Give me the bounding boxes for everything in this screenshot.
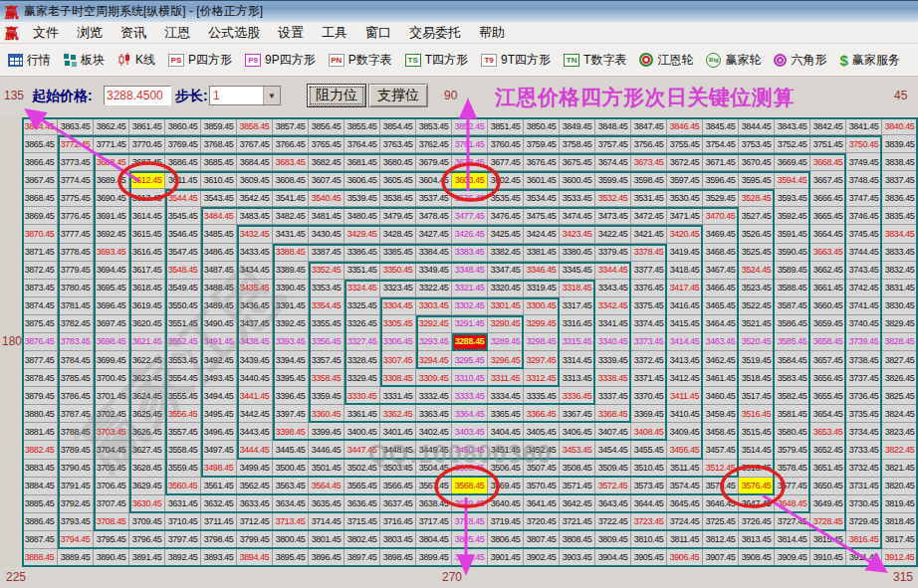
gann-cell: 3747.45 [846,189,882,207]
gann-cell: 3358.45 [309,369,344,387]
toolbar-item[interactable]: PSP四方形 [168,52,232,69]
gann-cell: 3721.45 [560,513,595,531]
toolbar-item[interactable]: P99P四方形 [245,52,316,69]
support-button[interactable]: 支撑位 [368,84,428,107]
gann-cell: 3608.45 [273,171,309,189]
gann-cell: 3481.45 [309,207,344,225]
toolbar-item[interactable]: 六角形 [774,52,826,69]
menu-item[interactable]: 帮助 [470,25,514,40]
gann-cell: 3662.45 [810,262,846,280]
menu-item[interactable]: 工具 [313,25,356,40]
gann-cell: 3569.45 [488,478,524,495]
gann-cell: 3687.45 [129,153,165,171]
menu-item[interactable]: 窗口 [356,25,400,40]
gann-cell: 3772.45 [58,135,94,153]
toolbar-item-label: 江恩轮 [657,52,693,69]
gann-cell: 3764.45 [344,135,380,153]
gann-cell: 3407.45 [595,423,631,441]
menu-item[interactable]: 设置 [269,25,313,40]
menu-item[interactable]: 江恩 [155,25,199,40]
toolbar-item[interactable]: K线 [117,52,155,69]
gann-cell: 3369.45 [631,405,667,423]
gann-cell: 3771.45 [94,135,129,153]
gann-cell: 3346.45 [524,262,560,280]
angle-label-270: 270 [442,570,462,584]
gann-cell: 3334.45 [488,387,524,405]
gann-cell: 3546.45 [165,225,201,243]
gann-cell: 3901.45 [488,549,524,567]
toolbar-item[interactable]: 行情 [8,52,51,69]
toolbar-item[interactable]: 板块 [64,52,105,69]
gann-cell: 3910.45 [810,549,846,567]
gann-cell: 3322.45 [416,280,452,297]
start-price-input[interactable] [104,86,171,105]
gann-cell: 3319.45 [524,280,560,297]
gann-cell: 3332.45 [416,387,452,405]
gann-cell: 3805.45 [452,531,488,549]
toolbar-item[interactable]: Big赢家轮 [706,52,761,69]
gann-cell: 3610.45 [201,171,237,189]
step-dropdown[interactable]: 1 ▼ [209,86,281,105]
menu-item[interactable]: 浏览 [68,25,112,40]
gann-cell: 3313.45 [560,369,595,387]
gann-cell: 3897.45 [344,549,380,567]
gann-cell: 3446.45 [309,441,344,459]
gann-cell: 3689.45 [94,171,129,189]
gann-cell: 3470.45 [703,207,739,225]
gann-cell: 3785.45 [58,369,94,387]
page-title: 江恩价格四方形次日关键位测算 [495,84,795,111]
gann-cell: 3389.45 [273,262,309,280]
gann-cell: 3898.45 [380,549,416,567]
gann-cell: 3878.45 [22,369,58,387]
gann-cell: 3712.45 [237,513,273,531]
gann-cell: 3615.45 [129,225,165,243]
gann-cell: 3324.45 [344,280,380,297]
angle-label-135: 135 [4,89,24,102]
gann-cell: 3659.45 [810,315,846,333]
gann-cell: 3669.45 [775,153,810,171]
gann-cell: 3664.45 [810,225,846,243]
toolbar-item[interactable]: $赢家服务 [839,52,899,69]
gann-cell: 3458.45 [703,423,739,441]
gann-cell: 3326.45 [344,315,380,333]
gann-cell: 3295.45 [452,351,488,369]
toolbar-item[interactable]: TNT数字表 [564,52,626,69]
gann-cell: 3696.45 [94,297,129,315]
gann-cell: 3363.45 [416,405,452,423]
gann-cell: 3900.45 [452,549,488,567]
gann-cell: 3388.45 [273,244,309,262]
pn-icon: PN [329,54,344,67]
gann-cell: 3637.45 [380,495,416,513]
gann-cell: 3612.45 [129,171,165,189]
toolbar-item[interactable]: T99T四方形 [481,52,551,69]
gann-cell: 3536.45 [452,189,488,207]
gann-cell: 3768.45 [201,135,237,153]
gann-cell: 3698.45 [94,333,129,351]
gann-cell: 3424.45 [524,225,560,243]
gann-cell: 3548.45 [165,262,201,280]
toolbar-item-label: P四方形 [188,52,232,69]
gann-cell: 3314.45 [560,351,595,369]
menu-item[interactable]: 公式选股 [199,25,269,40]
gann-cell: 3380.45 [560,244,595,262]
gann-cell: 3585.45 [775,333,810,351]
toolbar-item[interactable]: PNP数字表 [329,52,392,69]
toolbar-item[interactable]: 江恩轮 [639,52,693,69]
gann-cell: 3807.45 [524,531,560,549]
gann-cell: 3345.45 [560,262,595,280]
menu-item[interactable]: 文件 [24,25,68,40]
gann-cell: 3877.45 [22,351,58,369]
toolbar-item[interactable]: TST四方形 [405,52,468,69]
resistance-button[interactable]: 阻力位 [307,84,366,107]
gann-cell: 3684.45 [237,153,273,171]
menu-item[interactable]: 交易委托 [400,25,470,40]
gann-cell: 3431.45 [273,225,309,243]
gann-cell: 3629.45 [129,478,165,495]
gann-cell: 3576.45 [739,478,775,495]
gann-cell: 3562.45 [237,478,273,495]
gann-cell: 3860.45 [165,117,201,135]
menu-item[interactable]: 资讯 [112,25,155,40]
gann-cell: 3417.45 [667,280,703,297]
gann-cell: 3911.45 [846,549,882,567]
chevron-down-icon[interactable]: ▼ [263,87,280,104]
